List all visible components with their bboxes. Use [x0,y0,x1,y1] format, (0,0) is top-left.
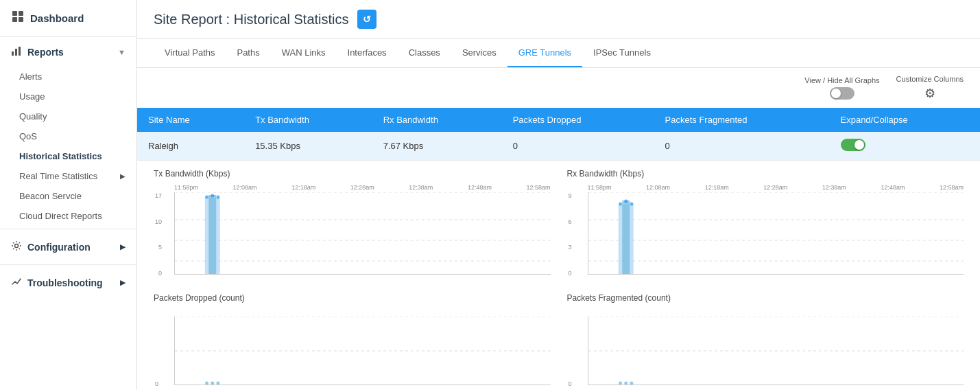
customize-columns-control: Customize Columns ⚙ [896,75,964,101]
tx-chart-area: 171050 [174,192,551,277]
sidebar-item-historical-statistics[interactable]: Historical Statistics [0,146,136,166]
tx-chart-svg [174,192,551,275]
tab-interfaces[interactable]: Interfaces [337,39,398,67]
svg-point-14 [205,196,208,199]
sidebar-reports-section: Reports ▼ Alerts Usage Quality QoS Histo… [0,37,136,226]
trouble-arrow: ▶ [120,279,126,286]
cell-site-name: Raleigh [137,132,244,161]
view-hide-label: View / Hide All Graphs [804,76,879,84]
packets-dropped-wrapper: 11:58pm12:08am12:18am12:28am12:38am12:48… [154,308,551,387]
rx-chart-svg [588,192,964,275]
sidebar-configuration-header[interactable]: Configuration ▶ [0,232,136,262]
packets-dropped-title: Packets Dropped (count) [154,293,551,303]
fragmented-chart-area: 0 [588,317,964,387]
sidebar-item-alerts[interactable]: Alerts [0,67,136,87]
packets-fragmented-chart: Packets Fragmented (count) 11:58pm12:08a… [559,285,972,390]
refresh-button[interactable]: ↺ [357,10,377,29]
rx-bandwidth-chart: Rx Bandwidth (Kbps) 11:58pm12:08am12:18a… [559,161,972,285]
svg-rect-2 [12,17,17,22]
cell-expand-collapse[interactable] [830,132,981,161]
col-header-site-name: Site Name [137,108,244,132]
expand-collapse-toggle[interactable] [841,139,865,151]
reports-icon [11,45,22,58]
toggle-knob [831,89,841,98]
real-time-label: Real Time Statistics [19,171,97,181]
tab-services[interactable]: Services [451,39,507,67]
tx-x-labels: 11:58pm12:08am12:18am12:28am12:38am12:48… [174,184,551,191]
col-header-rx-bandwidth: Rx Bandwidth [372,108,502,132]
svg-rect-1 [19,11,23,16]
sidebar-reports-items: Alerts Usage Quality QoS Historical Stat… [0,67,136,226]
tab-ipsec-tunnels[interactable]: IPSec Tunnels [582,39,662,67]
svg-rect-5 [15,49,17,56]
sidebar-divider-2 [0,264,136,265]
dashboard-label: Dashboard [30,12,84,24]
trouble-icon [11,276,22,289]
tx-bandwidth-title: Tx Bandwidth (Kbps) [154,169,551,179]
col-header-packets-fragmented: Packets Fragmented [654,108,830,132]
col-header-tx-bandwidth: Tx Bandwidth [244,108,372,132]
dropped-chart-area: 0 [174,317,551,387]
sidebar-troubleshooting-header[interactable]: Troubleshooting ▶ [0,268,136,297]
config-arrow: ▶ [120,243,126,251]
svg-point-35 [630,382,633,385]
tab-wan-links[interactable]: WAN Links [271,39,337,67]
fragmented-chart-svg [588,317,964,385]
config-icon [11,240,22,253]
svg-point-7 [15,244,19,248]
rx-y-labels: 9630 [569,192,572,277]
sidebar-item-beacon-servcie[interactable]: Beacon Servcie [0,186,136,206]
sidebar-reports-label: Reports [27,47,64,58]
svg-point-23 [619,203,622,206]
sidebar-divider-1 [0,229,136,229]
cell-tx-bandwidth: 15.35 Kbps [244,132,372,161]
svg-rect-22 [622,200,630,275]
sidebar-item-real-time-statistics[interactable]: Real Time Statistics ▶ [0,166,136,186]
view-hide-toggle[interactable] [830,87,854,100]
dropped-chart-svg [174,317,551,385]
dashboard-icon [11,10,25,27]
view-hide-control: View / Hide All Graphs [804,76,879,100]
customize-columns-icon[interactable]: ⚙ [924,86,935,101]
tab-virtual-paths[interactable]: Virtual Paths [154,39,226,67]
tab-paths[interactable]: Paths [226,39,270,67]
col-header-packets-dropped: Packets Dropped [502,108,654,132]
svg-point-16 [216,196,219,199]
configuration-label: Configuration [27,242,91,253]
packets-dropped-chart: Packets Dropped (count) 11:58pm12:08am12… [145,285,559,390]
sidebar-item-usage[interactable]: Usage [0,87,136,106]
cell-rx-bandwidth: 7.67 Kbps [372,132,502,161]
cell-packets-fragmented: 0 [654,132,830,161]
reports-chevron: ▼ [118,48,126,56]
svg-point-25 [630,203,633,206]
cell-packets-dropped: 0 [502,132,654,161]
tx-y-labels: 171050 [155,192,162,277]
fragmented-y-labels: 0 [569,317,572,387]
rx-chart-area: 9630 [588,192,964,277]
page-title: Site Report : Historical Statistics [154,12,349,27]
troubleshooting-label: Troubleshooting [27,277,103,288]
sidebar: Dashboard Reports ▼ Alerts Usage Quality… [0,0,137,390]
svg-rect-6 [19,47,21,56]
sidebar-item-cloud-direct-reports[interactable]: Cloud Direct Reports [0,206,136,226]
svg-rect-0 [12,11,17,16]
tab-classes[interactable]: Classes [398,39,451,67]
sidebar-dashboard[interactable]: Dashboard [0,0,136,37]
top-controls: View / Hide All Graphs Customize Columns… [137,68,980,108]
svg-point-30 [216,382,219,385]
content-area: View / Hide All Graphs Customize Columns… [137,68,980,390]
rx-bandwidth-wrapper: 11:58pm12:08am12:18am12:28am12:38am12:48… [567,184,964,277]
svg-point-28 [205,382,208,385]
rx-x-labels: 11:58pm12:08am12:18am12:28am12:38am12:48… [588,184,964,191]
tab-gre-tunnels[interactable]: GRE Tunnels [507,39,582,67]
sidebar-item-qos[interactable]: QoS [0,126,136,146]
sidebar-item-quality[interactable]: Quality [0,106,136,126]
rx-bandwidth-title: Rx Bandwidth (Kbps) [567,169,964,179]
svg-point-33 [619,382,622,385]
tabs-bar: Virtual Paths Paths WAN Links Interfaces… [137,39,980,68]
dropped-y-labels: 0 [155,317,158,387]
sidebar-reports-header[interactable]: Reports ▼ [0,37,136,67]
packets-fragmented-title: Packets Fragmented (count) [567,293,964,303]
svg-point-34 [624,382,628,385]
col-header-expand-collapse: Expand/Collapse [830,108,981,132]
